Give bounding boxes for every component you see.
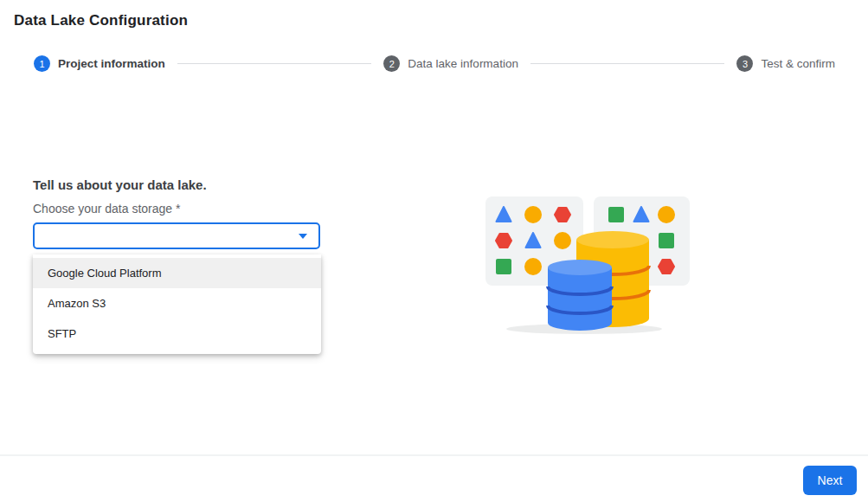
next-button[interactable]: Next — [803, 466, 857, 495]
step-2-circle: 2 — [383, 55, 400, 72]
step-1-circle: 1 — [34, 55, 50, 72]
option-sftp[interactable]: SFTP — [33, 319, 321, 349]
circle-shape — [524, 206, 542, 223]
step-data-lake-information[interactable]: 2 Data lake information — [383, 55, 518, 72]
footer-divider — [0, 454, 868, 456]
form-heading: Tell us about your data lake. — [33, 177, 207, 192]
chevron-down-icon — [299, 234, 307, 239]
wizard-stepper: 1 Project information 2 Data lake inform… — [0, 55, 868, 72]
data-lake-illustration — [472, 186, 705, 338]
step-3-label: Test & confirm — [761, 57, 835, 70]
hexagon-shape — [659, 260, 674, 274]
hexagon-shape — [496, 234, 511, 248]
hexagon-shape — [555, 208, 570, 222]
step-test-confirm[interactable]: 3 Test & confirm — [736, 55, 835, 72]
step-connector — [530, 63, 725, 64]
storage-options-menu: Google Cloud Platform Amazon S3 SFTP — [33, 254, 321, 354]
storage-field-label: Choose your data storage * — [33, 202, 180, 216]
step-project-information[interactable]: 1 Project information — [34, 55, 165, 72]
square-shape — [608, 207, 624, 222]
database-cylinder-blue — [548, 260, 612, 331]
storage-select[interactable] — [33, 222, 320, 249]
option-google-cloud-platform[interactable]: Google Cloud Platform — [33, 258, 321, 288]
step-1-label: Project information — [58, 57, 165, 70]
page-title: Data Lake Configuration — [14, 12, 188, 29]
square-shape — [496, 259, 511, 274]
option-amazon-s3[interactable]: Amazon S3 — [33, 288, 321, 319]
circle-shape — [658, 206, 675, 223]
circle-shape — [554, 232, 571, 249]
step-2-label: Data lake information — [408, 57, 518, 70]
circle-shape — [524, 258, 542, 275]
step-connector — [177, 63, 372, 64]
square-shape — [659, 233, 674, 248]
step-3-circle: 3 — [736, 55, 753, 72]
